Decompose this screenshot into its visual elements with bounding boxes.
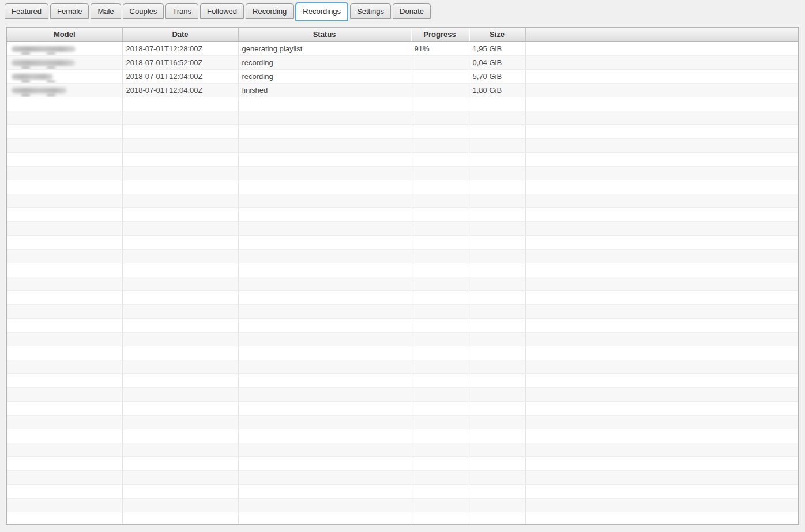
cell-model	[7, 55, 122, 69]
cell-progress	[411, 346, 469, 360]
cell-extra	[525, 194, 798, 207]
cell-date	[122, 194, 238, 207]
cell-extra	[525, 263, 798, 277]
column-header-model[interactable]: Model	[7, 28, 122, 41]
cell-status	[238, 138, 411, 152]
table-row	[7, 429, 798, 443]
tab-female[interactable]: Female	[50, 3, 89, 19]
table-row	[7, 456, 798, 470]
cell-size	[469, 124, 525, 138]
cell-progress	[411, 207, 469, 221]
tab-trans[interactable]: Trans	[165, 3, 198, 19]
cell-size	[469, 484, 525, 498]
cell-size	[469, 97, 525, 111]
cell-extra	[525, 55, 798, 69]
tab-featured[interactable]: Featured	[5, 3, 48, 19]
cell-progress	[411, 484, 469, 498]
cell-size	[469, 290, 525, 304]
cell-date	[122, 512, 238, 525]
table-row	[7, 304, 798, 318]
cell-extra	[525, 290, 798, 304]
cell-model	[7, 111, 122, 124]
table-row	[7, 263, 798, 277]
cell-progress: 91%	[411, 41, 469, 55]
cell-size	[469, 332, 525, 346]
redacted-model-name	[12, 46, 76, 52]
cell-size	[469, 387, 525, 401]
cell-model	[7, 456, 122, 470]
cell-date	[122, 346, 238, 360]
table-row	[7, 401, 798, 415]
cell-date	[122, 373, 238, 387]
cell-status	[238, 277, 411, 290]
cell-extra	[525, 180, 798, 194]
cell-model	[7, 180, 122, 194]
cell-status	[238, 194, 411, 207]
cell-date	[122, 415, 238, 429]
cell-size	[469, 318, 525, 332]
cell-date	[122, 207, 238, 221]
cell-status: finished	[238, 83, 411, 97]
cell-size	[469, 263, 525, 277]
cell-model	[7, 166, 122, 180]
cell-date	[122, 470, 238, 484]
table-row	[7, 97, 798, 111]
cell-model	[7, 373, 122, 387]
table-row[interactable]: 2018-07-01T12:28:00Zgenerating playlist9…	[7, 41, 798, 55]
recordings-table-frame: Model Date Status Progress Size 2018-07-…	[6, 27, 799, 525]
cell-progress	[411, 415, 469, 429]
tab-settings[interactable]: Settings	[350, 3, 391, 19]
cell-model	[7, 138, 122, 152]
cell-status	[238, 97, 411, 111]
table-row	[7, 498, 798, 512]
tab-recording[interactable]: Recording	[246, 3, 294, 19]
cell-size	[469, 401, 525, 415]
column-header-size[interactable]: Size	[469, 28, 525, 41]
cell-date	[122, 360, 238, 373]
table-row	[7, 415, 798, 429]
cell-date	[122, 180, 238, 194]
cell-model	[7, 498, 122, 512]
cell-model	[7, 360, 122, 373]
cell-extra	[525, 484, 798, 498]
cell-extra	[525, 429, 798, 443]
cell-status	[238, 387, 411, 401]
column-header-progress[interactable]: Progress	[411, 28, 469, 41]
table-row	[7, 484, 798, 498]
cell-size	[469, 415, 525, 429]
redacted-model-name	[12, 88, 67, 93]
tab-donate[interactable]: Donate	[393, 3, 431, 19]
cell-date	[122, 221, 238, 235]
cell-model	[7, 401, 122, 415]
cell-size	[469, 111, 525, 124]
tab-bar: Featured Female Male Couples Trans Follo…	[0, 0, 805, 26]
recordings-table: Model Date Status Progress Size 2018-07-…	[7, 28, 798, 525]
cell-progress	[411, 304, 469, 318]
tab-followed[interactable]: Followed	[200, 3, 244, 19]
cell-status	[238, 332, 411, 346]
tab-recordings[interactable]: Recordings	[295, 2, 348, 21]
cell-model	[7, 152, 122, 166]
cell-status: recording	[238, 55, 411, 69]
cell-extra	[525, 360, 798, 373]
cell-model	[7, 346, 122, 360]
cell-date	[122, 235, 238, 249]
table-row[interactable]: 2018-07-01T12:04:00Zrecording5,70 GiB	[7, 69, 798, 83]
cell-date: 2018-07-01T16:52:00Z	[122, 55, 238, 69]
table-row[interactable]: 2018-07-01T12:04:00Zfinished1,80 GiB	[7, 83, 798, 97]
cell-date: 2018-07-01T12:04:00Z	[122, 69, 238, 83]
table-row[interactable]: 2018-07-01T16:52:00Zrecording0,04 GiB	[7, 55, 798, 69]
cell-status	[238, 249, 411, 263]
column-header-status[interactable]: Status	[238, 28, 411, 41]
cell-progress	[411, 111, 469, 124]
table-row	[7, 194, 798, 207]
cell-status	[238, 498, 411, 512]
cell-model	[7, 332, 122, 346]
cell-size	[469, 180, 525, 194]
cell-date	[122, 111, 238, 124]
cell-date	[122, 97, 238, 111]
cell-date: 2018-07-01T12:28:00Z	[122, 41, 238, 55]
column-header-date[interactable]: Date	[122, 28, 238, 41]
tab-male[interactable]: Male	[91, 3, 121, 19]
tab-couples[interactable]: Couples	[123, 3, 164, 19]
